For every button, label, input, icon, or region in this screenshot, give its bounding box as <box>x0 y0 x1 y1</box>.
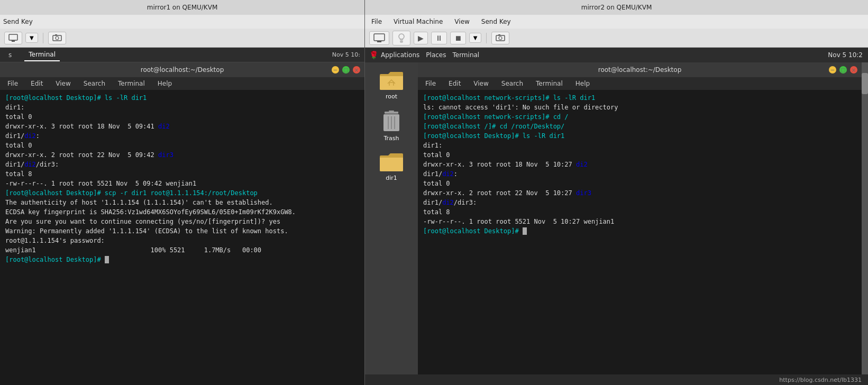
right-bulb-button[interactable] <box>392 31 410 45</box>
cursor <box>105 256 109 263</box>
left-terminal-window: root@localhost:~/Desktop − □ × File Edit… <box>0 62 364 385</box>
maximize-button[interactable]: □ <box>342 66 350 74</box>
right-dropdown-button[interactable]: ▼ <box>469 33 482 43</box>
term-line: total 0 <box>5 141 359 150</box>
term-line: dir1: <box>423 141 856 150</box>
minimize-button[interactable]: − <box>332 66 339 74</box>
right-term-menu-edit[interactable]: Edit <box>445 79 464 88</box>
term-line: Are you sure you want to continue connec… <box>5 217 359 226</box>
left-vm-window: mirror1 on QEMU/KVM Send Key ▼ s Te <box>0 0 365 385</box>
right-minimize-button[interactable]: − <box>829 66 836 74</box>
right-menu-file[interactable]: File <box>368 17 385 26</box>
screenshot2-button[interactable] <box>48 32 66 44</box>
terminal-label[interactable]: Terminal <box>452 51 479 59</box>
right-taskbar: 🌹 Applications Places Terminal Nov 5 10:… <box>365 48 868 62</box>
right-desktop-main: root <box>365 62 868 374</box>
term-line: dir1/di2: <box>5 131 359 141</box>
right-term-content[interactable]: [root@localhost network-scripts]# ls -lR… <box>418 90 862 374</box>
right-vm-content: 🌹 Applications Places Terminal Nov 5 10:… <box>365 48 868 385</box>
right-bulb-icon <box>397 33 406 43</box>
term-line: [root@localhost Desktop]# scp -r dir1 ro… <box>5 188 359 198</box>
right-term-menu-search[interactable]: Search <box>498 79 526 88</box>
term-line: total 0 <box>423 150 856 160</box>
dir1-folder-icon <box>379 151 404 172</box>
term-menu-view[interactable]: View <box>52 79 74 88</box>
term-line: -rw-r--r--. 1 root root 5521 Nov 5 09:42… <box>5 179 359 188</box>
right-term-menu-file[interactable]: File <box>422 79 439 88</box>
term-line: [root@localhost network-scripts]# ls -lR… <box>423 93 856 103</box>
right-term-menubar: File Edit View Search Terminal Help <box>418 77 862 90</box>
scrollbar-thumb[interactable] <box>862 73 868 94</box>
right-vm-titlebar: mirror2 on QEMU/KVM <box>365 0 868 15</box>
left-term-content[interactable]: [root@localhost Desktop]# ls -lR dir1dir… <box>0 90 364 385</box>
term-line: -rw-r--r--. 1 root root 5521 Nov 5 10:27… <box>423 217 856 226</box>
svg-rect-16 <box>389 111 394 112</box>
trash-icon-label: Trash <box>383 135 399 142</box>
right-menu-sendkey[interactable]: Send Key <box>478 17 514 26</box>
term-line: dir1/di2/dir3: <box>5 160 359 169</box>
term-menu-search[interactable]: Search <box>80 79 108 88</box>
term-menu-terminal[interactable]: Terminal <box>115 79 148 88</box>
term-menu-help[interactable]: Help <box>154 79 175 88</box>
taskbar-places[interactable]: Places <box>426 51 446 59</box>
right-screenshot-button[interactable] <box>491 32 509 44</box>
svg-rect-7 <box>377 41 381 42</box>
term-line: total 8 <box>423 207 856 217</box>
places-label[interactable]: Places <box>426 51 446 59</box>
screenshot-icon <box>52 34 62 42</box>
right-menu-view[interactable]: View <box>451 17 472 26</box>
right-vm-window: mirror2 on QEMU/KVM File Virtual Machine… <box>365 0 868 385</box>
term-line: root@1.1.1.154's password: <box>5 236 359 245</box>
right-pause-button[interactable]: ⏸ <box>431 32 447 44</box>
right-vm-toolbar: ▶ ⏸ ⏹ ▼ <box>365 29 868 48</box>
term-line: [root@localhost Desktop]# ls -lR dir1 <box>5 93 359 103</box>
right-term-lines: [root@localhost network-scripts]# ls -lR… <box>423 93 856 236</box>
trash-icon <box>381 109 401 133</box>
term-line: total 0 <box>5 112 359 122</box>
term-line: [root@localhost /]# cd /root/Desktop/ <box>423 122 856 131</box>
term-menu-file[interactable]: File <box>4 79 21 88</box>
right-term-menu-terminal[interactable]: Terminal <box>533 79 566 88</box>
right-play-button[interactable]: ▶ <box>414 32 428 44</box>
left-tabbar: s Terminal Nov 5 10: <box>0 48 364 62</box>
right-term-titlebar: root@localhost:~/Desktop − □ × <box>418 62 862 77</box>
right-stop-button[interactable]: ⏹ <box>450 32 466 44</box>
screenshot-button[interactable] <box>4 32 22 44</box>
svg-rect-0 <box>9 34 17 40</box>
left-term-controls: − □ × <box>332 66 360 74</box>
dropdown-button[interactable]: ▼ <box>25 33 38 43</box>
right-screenshot-icon <box>496 34 505 42</box>
right-term-menu-view[interactable]: View <box>470 79 491 88</box>
left-tab-terminal[interactable]: Terminal <box>24 49 60 61</box>
root-folder-icon <box>379 70 404 91</box>
term-line: total 8 <box>5 169 359 179</box>
dropdown-arrow: ▼ <box>30 35 34 41</box>
svg-rect-8 <box>376 41 382 41</box>
right-term-menu-help[interactable]: Help <box>572 79 593 88</box>
svg-rect-5 <box>55 34 57 35</box>
term-line: drwxr-xr-x. 3 root root 18 Nov 5 10:27 d… <box>423 160 856 169</box>
right-menu-virtualmachine[interactable]: Virtual Machine <box>390 17 446 26</box>
right-maximize-button[interactable]: □ <box>839 66 847 74</box>
right-vm-menubar: File Virtual Machine View Send Key <box>365 15 868 29</box>
right-desktop: 🌹 Applications Places Terminal Nov 5 10:… <box>365 48 868 385</box>
desktop-icon-root[interactable]: root <box>377 68 406 102</box>
term-line: Warning: Permanently added '1.1.1.154' (… <box>5 226 359 236</box>
desktop-icon-dir1[interactable]: dir1 <box>377 149 406 184</box>
right-close-button[interactable]: × <box>850 66 857 74</box>
right-scrollbar[interactable] <box>862 62 868 374</box>
desktop-icon-trash[interactable]: Trash <box>379 107 404 144</box>
play-icon: ▶ <box>418 34 424 42</box>
left-menu-sendkey[interactable]: Send Key <box>3 18 33 25</box>
right-monitor-button[interactable] <box>369 31 389 45</box>
taskbar-terminal[interactable]: Terminal <box>452 51 479 59</box>
applications-label[interactable]: Applications <box>381 51 419 59</box>
term-line: drwxr-xr-x. 2 root root 22 Nov 5 09:42 d… <box>5 150 359 160</box>
close-button[interactable]: × <box>353 66 360 74</box>
left-tab-s[interactable]: s <box>4 49 16 61</box>
term-line: dir1: <box>5 103 359 112</box>
term-menu-edit[interactable]: Edit <box>28 79 46 88</box>
right-term-controls: − □ × <box>829 66 857 74</box>
taskbar-applications[interactable]: 🌹 Applications <box>369 51 419 59</box>
right-terminal-window: root@localhost:~/Desktop − □ × File Edit… <box>418 62 862 374</box>
